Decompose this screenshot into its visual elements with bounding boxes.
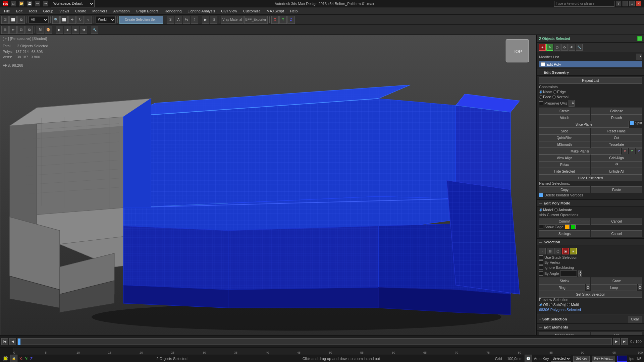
vertex-sel-btn[interactable]: · (539, 248, 546, 254)
menu-civil[interactable]: Civil View (218, 8, 239, 14)
minimize-btn[interactable]: — (623, 1, 628, 6)
hide-unselected-btn[interactable]: Hide Unselected (539, 175, 642, 181)
menu-rendering[interactable]: Rendering (162, 8, 184, 14)
edit-geometry-header[interactable]: — Edit Geometry (537, 69, 644, 76)
ignore-backfacing-checkbox[interactable] (539, 265, 543, 269)
by-angle-spinbox[interactable]: ▲ ▼ (578, 270, 582, 277)
array-btn[interactable]: ⊡ (17, 26, 25, 34)
face-radio[interactable]: Face (539, 95, 551, 99)
loop-down[interactable]: ▼ (638, 287, 642, 290)
workspace-select[interactable]: Workspace: Default (51, 0, 95, 7)
x-planar-btn[interactable]: X (622, 148, 628, 154)
use-stack-checkbox[interactable] (539, 255, 543, 259)
select-by-name-btn[interactable]: 🔍 (52, 16, 60, 24)
clone-btn[interactable]: ⧉ (25, 26, 33, 34)
menu-maxscript[interactable]: MAXScript (264, 8, 287, 14)
motion-panel-tab[interactable]: ⟳ (561, 44, 568, 51)
edit-poly-mode-header[interactable]: — Edit Poly Mode (537, 200, 644, 206)
prev-frame-btn[interactable]: ⏮ (80, 26, 87, 34)
spinner-snap-btn[interactable]: # (191, 16, 198, 24)
menu-views[interactable]: Views (57, 8, 72, 14)
detach-btn[interactable]: Detach (591, 114, 642, 121)
modify-panel-tab[interactable]: ✎ (546, 44, 553, 51)
attach-btn[interactable]: Attach (539, 114, 590, 121)
select-object-btn[interactable]: ☑ (1, 16, 9, 24)
cage-color-2[interactable] (571, 225, 576, 229)
quick-render-btn[interactable]: 🎨 (45, 26, 52, 34)
get-stack-btn[interactable]: Get Stack Selection (539, 291, 642, 298)
modifier-list-dropdown[interactable]: ▼ (636, 54, 642, 60)
settings-btn[interactable]: Settings (539, 230, 590, 237)
by-angle-checkbox[interactable] (539, 272, 543, 276)
quickslice-btn[interactable]: QuickSlice (539, 134, 590, 141)
loop-btn[interactable]: Loop (591, 284, 637, 291)
menu-animation[interactable]: Animation (111, 8, 132, 14)
preserve-uvs-checkbox[interactable] (539, 101, 543, 105)
by-angle-up[interactable]: ▲ (578, 270, 582, 274)
menu-file[interactable]: File (1, 8, 13, 14)
ring-spinbox[interactable]: ▲ ▼ (586, 284, 590, 291)
unhide-all-btn[interactable]: Unhide All (591, 168, 642, 175)
off-radio[interactable]: Off (539, 303, 548, 307)
scale-btn[interactable]: ⤡ (85, 16, 92, 24)
repeat-list-btn[interactable]: Repeat List (539, 77, 642, 84)
rect-select-btn[interactable]: ⬜ (60, 16, 68, 24)
viewport[interactable]: [ + ] [Perspective] [Shaded] Total 2 Obj… (0, 35, 537, 335)
commit-btn[interactable]: Commit (539, 218, 590, 225)
relax-btn[interactable]: Relax (539, 161, 590, 168)
ring-up[interactable]: ▲ (586, 284, 590, 287)
loop-spinbox[interactable]: ▲ ▼ (638, 284, 642, 291)
cancel-op-btn[interactable]: Cancel (591, 218, 642, 225)
tessellate-btn[interactable]: Tessellate (591, 141, 642, 148)
window-crossing-btn[interactable]: ⧉ (17, 16, 25, 24)
by-angle-input[interactable]: 45.0 (560, 270, 577, 277)
menu-lighting[interactable]: Lighting Analysis (185, 8, 218, 14)
select-region-btn[interactable]: ⬜ (9, 16, 17, 24)
rotate-btn[interactable]: ↻ (76, 16, 84, 24)
next-frame-tl-btn[interactable]: ▶ (613, 338, 620, 345)
grow-btn[interactable]: Grow (591, 278, 642, 284)
cancel-settings-btn[interactable]: Cancel (591, 230, 642, 237)
selection-indicator-btn[interactable] (3, 356, 8, 361)
create-selection-btn[interactable]: Create Selection Se... (119, 16, 163, 24)
insert-vertex-btn[interactable]: Insert Vertex (539, 332, 590, 335)
cage-color-1[interactable] (565, 225, 570, 229)
cut-btn[interactable]: Cut (591, 134, 642, 141)
3d-scene[interactable]: TOP (0, 35, 536, 335)
material-editor-btn[interactable]: M (37, 26, 44, 34)
menu-graph-editors[interactable]: Graph Editors (133, 8, 161, 14)
relax-settings[interactable]: ⚙ (591, 161, 642, 168)
polygon-sel-btn[interactable]: ▣ (562, 248, 569, 254)
flip-btn[interactable]: Flip (591, 332, 642, 335)
msmooth-btn[interactable]: MSmooth (539, 141, 590, 148)
x-axis-btn[interactable]: X (271, 16, 279, 24)
hide-selected-btn[interactable]: Hide Selected (539, 168, 590, 175)
edge-radio[interactable]: Edge (553, 90, 566, 94)
render-btn[interactable]: ▶ (202, 16, 209, 24)
menu-group[interactable]: Group (40, 8, 56, 14)
edge-sel-btn[interactable]: ⊟ (547, 248, 553, 254)
modifier-checkbox[interactable]: ✓ (541, 62, 545, 66)
timeline-bar[interactable] (17, 338, 612, 345)
percent-snap-btn[interactable]: % (183, 16, 190, 24)
timeline-thumb[interactable] (18, 339, 20, 345)
y-axis-btn[interactable]: Y (279, 16, 287, 24)
help-btn[interactable]: ? (616, 1, 621, 6)
stop-btn[interactable]: ■ (64, 26, 71, 34)
render-setup-btn[interactable]: ⚙ (210, 16, 217, 24)
snap-toggle-btn[interactable]: S (167, 16, 174, 24)
edit-elements-header[interactable]: — Edit Elements (537, 324, 644, 330)
ring-down[interactable]: ▼ (586, 287, 590, 290)
normal-radio[interactable]: Normal (552, 95, 568, 99)
redo-btn[interactable]: ↪ (43, 1, 48, 6)
undo-btn[interactable]: ↩ (35, 1, 40, 6)
collapse-btn[interactable]: Collapse (591, 108, 642, 114)
loop-up[interactable]: ▲ (638, 284, 642, 287)
shrink-btn[interactable]: Shrink (539, 278, 590, 284)
slice-btn[interactable]: Slice (539, 128, 590, 134)
delete-isolated-checkbox[interactable] (539, 193, 543, 197)
new-btn[interactable]: □ (11, 1, 16, 6)
display-panel-tab[interactable]: 👁 (569, 44, 575, 51)
soft-selection-header[interactable]: + Soft Selection Clear (537, 314, 644, 324)
slice-plane-btn[interactable]: Slice Plane (539, 121, 629, 128)
